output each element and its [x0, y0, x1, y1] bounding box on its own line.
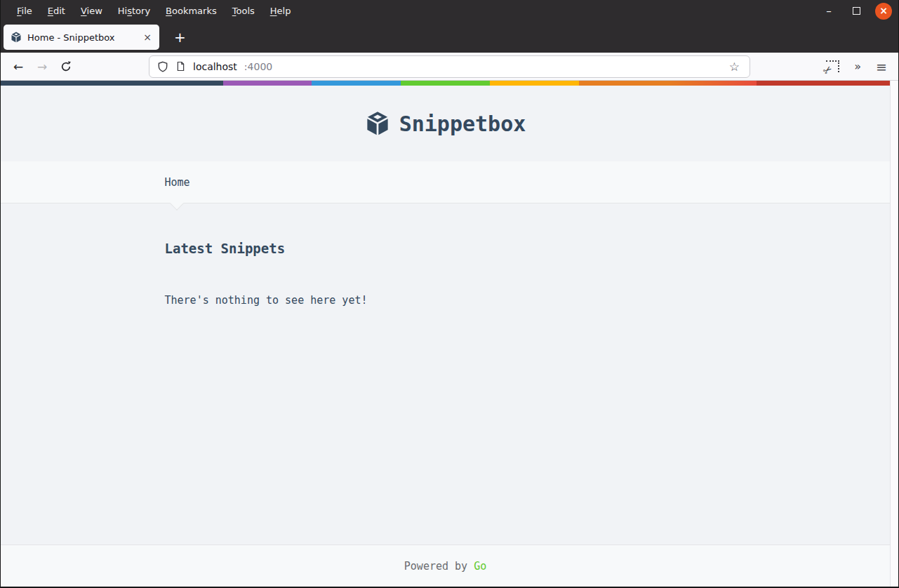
nav-item-home[interactable]: Home — [165, 176, 190, 189]
snippetbox-page: Snippetbox Home Latest Snippets There's … — [1, 81, 890, 587]
toolbar-right: ✂ » ≡ — [826, 59, 898, 74]
browser-window: File Edit View History Bookmarks Tools H… — [0, 0, 899, 588]
tab-bar: Home - Snippetbox × + — [1, 22, 898, 53]
url-port: :4000 — [244, 61, 272, 72]
url-bar[interactable]: localhost:4000 ☆ — [149, 55, 750, 78]
minimize-button[interactable]: – — [820, 3, 837, 20]
overflow-chevrons-icon[interactable]: » — [854, 60, 861, 73]
tab-home-snippetbox[interactable]: Home - Snippetbox × — [4, 25, 159, 50]
back-icon[interactable]: ← — [6, 57, 30, 76]
hamburger-menu-icon[interactable]: ≡ — [876, 59, 887, 74]
new-tab-button[interactable]: + — [170, 29, 190, 46]
rainbow-stripe — [1, 81, 890, 86]
menu-help[interactable]: Help — [262, 6, 299, 16]
shield-icon[interactable] — [157, 61, 168, 72]
snippetbox-cube-icon — [11, 32, 22, 43]
page-icon[interactable] — [175, 61, 186, 72]
menu-bar: File Edit View History Bookmarks Tools H… — [1, 0, 898, 22]
site-footer: Powered by Go — [1, 544, 890, 587]
menu-edit[interactable]: Edit — [40, 6, 73, 16]
empty-state-message: There's nothing to see here yet! — [165, 294, 726, 307]
menu-view[interactable]: View — [73, 6, 110, 16]
site-title: Snippetbox — [399, 112, 526, 136]
menu-file[interactable]: File — [9, 6, 40, 16]
site-logo-link[interactable]: Snippetbox — [365, 111, 526, 136]
maximize-icon — [853, 7, 860, 15]
page-viewport: Snippetbox Home Latest Snippets There's … — [1, 81, 898, 587]
bookmark-star-icon[interactable]: ☆ — [725, 60, 744, 74]
menu-tools[interactable]: Tools — [225, 6, 262, 16]
menu-bookmarks[interactable]: Bookmarks — [158, 6, 225, 16]
go-link[interactable]: Go — [474, 560, 486, 573]
page-heading: Latest Snippets — [165, 241, 726, 256]
forward-icon[interactable]: → — [30, 57, 54, 76]
screenshot-scissors-icon[interactable]: ✂ — [826, 60, 839, 72]
reload-icon[interactable] — [54, 61, 78, 72]
snippetbox-cube-icon — [365, 111, 390, 136]
footer-text: Powered by — [404, 560, 467, 573]
tab-close-icon[interactable]: × — [138, 31, 157, 44]
url-host: localhost — [193, 61, 237, 72]
site-main: Latest Snippets There's nothing to see h… — [1, 203, 890, 544]
site-nav: Home — [1, 161, 890, 203]
window-controls: – × — [820, 3, 898, 20]
tab-title: Home - Snippetbox — [27, 32, 133, 43]
maximize-button[interactable] — [848, 3, 865, 20]
site-header: Snippetbox — [1, 86, 890, 161]
menu-history[interactable]: History — [110, 6, 158, 16]
close-icon: × — [879, 5, 888, 16]
navigation-toolbar: ← → localhost:4000 ☆ — [1, 53, 898, 81]
scrollbar-track[interactable] — [890, 81, 898, 587]
close-button[interactable]: × — [875, 3, 892, 20]
